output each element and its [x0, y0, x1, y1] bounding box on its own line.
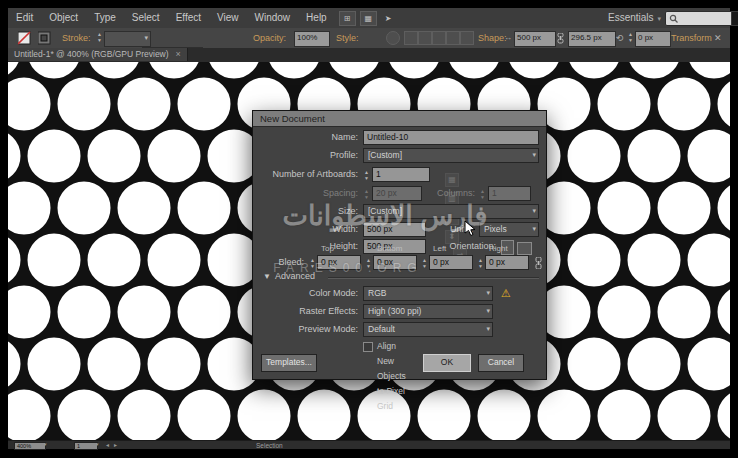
menu-help[interactable]: Help [298, 8, 335, 28]
isolate-icon[interactable] [386, 31, 400, 45]
grid-by-row-icon[interactable]: ▦ [445, 173, 459, 187]
name-label: Name: [253, 130, 358, 145]
rotate-icon: ⟲ [616, 31, 624, 45]
zoom-dropdown-icon[interactable]: ▾ [44, 441, 47, 447]
color-mode-dropdown[interactable]: RGB [363, 286, 493, 301]
preview-mode-dropdown[interactable]: Default [363, 322, 493, 337]
align-center-icon[interactable] [418, 31, 432, 45]
orientation-landscape-icon[interactable] [517, 242, 532, 255]
app-window: Edit Object Type Select Effect View Wind… [0, 0, 738, 458]
align-bottom-icon[interactable] [460, 31, 474, 45]
bleed-right-field[interactable]: 0 px [485, 255, 529, 270]
warning-icon: ⚠ [501, 286, 511, 301]
columns-stepper: ▲▼ [479, 188, 486, 200]
artboard-nav-field[interactable]: 1 [74, 442, 98, 450]
bleed-top-field[interactable]: 0 px [317, 255, 361, 270]
align-right-icon[interactable] [432, 31, 446, 45]
transform-link[interactable]: Transform [671, 31, 712, 45]
units-label: Units: [413, 222, 473, 237]
menu-edit[interactable]: Edit [8, 8, 41, 28]
units-dropdown[interactable]: Pixels [479, 222, 539, 237]
stroke-weight-dropdown[interactable] [104, 31, 151, 47]
bleed-right-stepper[interactable]: ▲▼ [477, 257, 484, 269]
fill-swatch-icon[interactable] [18, 31, 34, 45]
search-input[interactable] [665, 11, 733, 26]
align-left-icon[interactable] [404, 31, 418, 45]
opacity-label[interactable]: Opacity: [253, 31, 286, 45]
bleed-top-header: Top [321, 244, 334, 253]
align-pixel-grid-checkbox[interactable] [363, 342, 373, 352]
bleed-left-field[interactable]: 0 px [429, 255, 473, 270]
stroke-weight-label[interactable]: Stroke: [62, 31, 91, 45]
new-document-dialog: New Document Name: Untitled-10 Profile: … [252, 110, 547, 380]
document-tab-bar: Untitled-1* @ 400% (RGB/GPU Preview)× [8, 48, 730, 62]
shape-label[interactable]: Shape: [478, 31, 507, 45]
raster-effects-dropdown[interactable]: High (300 ppi) [363, 304, 493, 319]
menu-view[interactable]: View [209, 8, 247, 28]
close-tab-icon[interactable]: × [176, 49, 181, 59]
artboards-label: Number of Artboards: [253, 167, 358, 182]
artboard-next-icon[interactable]: ▸ [114, 441, 117, 448]
stroke-stepper[interactable]: ▲▼ [96, 31, 103, 45]
link-dimensions-icon[interactable] [556, 33, 565, 47]
document-tab[interactable]: Untitled-1* @ 400% (RGB/GPU Preview)× [8, 48, 188, 61]
size-label: Size: [253, 204, 358, 219]
width-arrow-icon: ↔ [504, 31, 512, 45]
status-bar: 400% ▾ 1 ▾ ◂ ▸ Selection [8, 440, 730, 449]
spacing-stepper: ▲▼ [363, 188, 370, 200]
bleed-bottom-header: Bottom [377, 244, 402, 253]
size-dropdown[interactable]: [Custom] [363, 204, 539, 219]
color-mode-label: Color Mode: [253, 286, 358, 301]
angle-field[interactable]: 0 px [635, 31, 671, 47]
opacity-field[interactable]: 100% [294, 31, 330, 47]
height-label: Height: [253, 239, 358, 254]
bleed-bottom-field[interactable]: 0 px [373, 255, 417, 270]
bleed-top-stepper[interactable]: ▲▼ [309, 257, 316, 269]
zoom-level-field[interactable]: 400% [14, 442, 46, 450]
panel-menu-icon[interactable]: ✕ [714, 31, 722, 45]
angle-stepper[interactable]: ▲▼ [627, 31, 634, 45]
menu-type[interactable]: Type [86, 8, 124, 28]
document-tab-title: Untitled-1* @ 400% (RGB/GPU Preview) [14, 49, 169, 59]
menu-object[interactable]: Object [41, 8, 86, 28]
bleed-link-icon[interactable] [534, 257, 543, 269]
bleed-left-stepper[interactable]: ▲▼ [421, 257, 428, 269]
artboards-field[interactable]: 1 [372, 167, 430, 182]
style-label[interactable]: Style: [336, 31, 359, 45]
align-top-icon[interactable] [446, 31, 460, 45]
bleed-right-header: Right [489, 244, 508, 253]
search-icon [669, 14, 678, 23]
width-label: Width: [253, 222, 358, 237]
templates-button[interactable]: Templates... [261, 354, 317, 372]
cancel-button[interactable]: Cancel [478, 354, 524, 372]
spacing-label: Spacing: [253, 186, 358, 201]
bleed-label: Bleed: [253, 255, 304, 270]
menu-bar: Edit Object Type Select Effect View Wind… [8, 8, 730, 29]
ok-button[interactable]: OK [423, 354, 471, 372]
menu-effect[interactable]: Effect [168, 8, 209, 28]
name-field[interactable]: Untitled-10 [363, 130, 539, 145]
bleed-left-header: Left [433, 244, 446, 253]
advanced-toggle[interactable]: Advanced [275, 269, 315, 284]
dialog-title[interactable]: New Document [253, 111, 546, 127]
profile-dropdown[interactable]: [Custom] [363, 148, 539, 163]
raster-effects-label: Raster Effects: [253, 304, 358, 319]
advanced-divider [328, 277, 539, 279]
share-icon[interactable]: ➤ [381, 12, 396, 25]
artboard-dropdown-icon[interactable]: ▾ [96, 441, 99, 447]
shape-width-field[interactable]: 500 px [514, 31, 556, 47]
artboard-prev-icon[interactable]: ◂ [106, 441, 109, 448]
arrange-documents-icon[interactable]: ▦ [360, 11, 377, 26]
bridge-icon[interactable]: ⊞ [339, 11, 356, 26]
workspace-switcher[interactable]: Essentials [608, 11, 661, 26]
bleed-bottom-stepper[interactable]: ▲▼ [365, 257, 372, 269]
profile-label: Profile: [253, 148, 358, 163]
menu-select[interactable]: Select [124, 8, 168, 28]
shape-height-field[interactable]: 296.5 px [568, 31, 616, 47]
dock-toggle-icon[interactable] [731, 11, 738, 26]
preview-mode-label: Preview Mode: [253, 322, 358, 337]
advanced-chevron-icon[interactable]: ▼ [263, 269, 271, 284]
artboards-stepper[interactable]: ▲▼ [363, 169, 370, 181]
stroke-swatch-icon[interactable] [38, 31, 54, 45]
menu-window[interactable]: Window [247, 8, 299, 28]
